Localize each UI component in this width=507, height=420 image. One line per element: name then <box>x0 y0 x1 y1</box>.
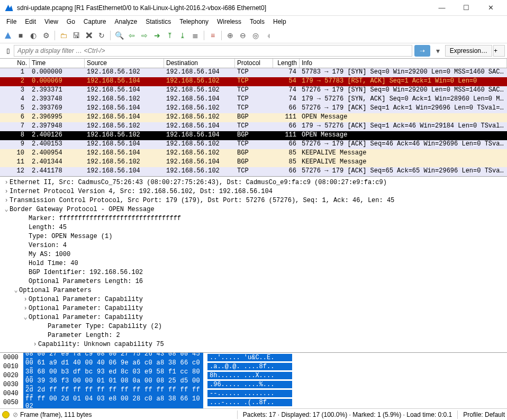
detail-row[interactable]: Parameter Type: Capability (2) <box>0 322 507 331</box>
menu-tools[interactable]: Tools <box>246 17 269 26</box>
restart-capture-icon[interactable]: ◐ <box>28 30 39 41</box>
col-proto: Protocol <box>235 59 273 68</box>
packet-list-body[interactable]: 10.000000192.168.56.102192.168.56.104TCP… <box>0 68 507 176</box>
menu-go[interactable]: Go <box>62 17 79 26</box>
apply-filter-button[interactable]: ➝ <box>414 45 430 57</box>
close-button[interactable]: ✕ <box>478 0 503 16</box>
zoom-in-icon[interactable]: ⊕ <box>224 30 236 41</box>
col-info: Info <box>300 59 507 68</box>
toolbar: ■ ◐ ⚙ 🗀 🖫 🗙 ↻ 🔍 ⇦ ⇨ ➜ ⤒ ⤓ ≣ ≡ ⊕ ⊖ ◎ ⫞ <box>0 28 507 43</box>
packet-row[interactable]: 10.000000192.168.56.102192.168.56.104TCP… <box>0 68 507 77</box>
packet-details[interactable]: ›Ethernet II, Src: CadmusCo_75:26:43 (08… <box>0 176 507 352</box>
detail-row[interactable]: ⌄Optional Parameter: Capability <box>0 313 507 322</box>
hex-row[interactable]: 0050ff ff 00 2d 01 04 03 e8 00 28 c0 a8 … <box>0 398 507 407</box>
col-no: No. <box>0 59 30 68</box>
packet-row[interactable]: 52.393769192.168.56.104192.168.56.102TCP… <box>0 104 507 113</box>
detail-row[interactable]: Length: 45 <box>0 223 507 232</box>
packet-row[interactable]: 72.397948192.168.56.102192.168.56.104TCP… <box>0 122 507 131</box>
packet-list: No. Time Source Destination Protocol Len… <box>0 58 507 176</box>
resize-columns-icon[interactable]: ⫞ <box>262 30 274 41</box>
window-controls: — ☐ ✕ <box>430 0 503 16</box>
packet-row[interactable]: 112.401344192.168.56.102192.168.56.104BG… <box>0 158 507 167</box>
detail-row[interactable]: Hold Time: 40 <box>0 259 507 268</box>
col-len: Length <box>273 59 300 68</box>
packet-row[interactable]: 92.400153192.168.56.104192.168.56.102TCP… <box>0 140 507 149</box>
expression-button[interactable]: Expression… <box>445 45 492 57</box>
minimize-button[interactable]: — <box>430 0 454 16</box>
detail-row[interactable]: My AS: 1000 <box>0 250 507 259</box>
find-packet-icon[interactable]: 🔍 <box>113 30 125 41</box>
detail-row[interactable]: ›Optional Parameter: Capability <box>0 304 507 313</box>
go-to-packet-icon[interactable]: ➜ <box>151 30 163 41</box>
filter-dropdown-icon[interactable]: ▾ <box>432 45 444 57</box>
go-back-icon[interactable]: ⇦ <box>126 30 138 41</box>
packet-list-header[interactable]: No. Time Source Destination Protocol Len… <box>0 59 507 68</box>
packet-row[interactable]: 62.396995192.168.56.104192.168.56.102BGP… <box>0 113 507 122</box>
packet-row[interactable]: 42.393748192.168.56.102192.168.56.104TCP… <box>0 95 507 104</box>
packet-row[interactable]: 102.400954192.168.56.104192.168.56.102BG… <box>0 149 507 158</box>
status-frame: Frame (frame), 111 bytes <box>20 411 92 418</box>
detail-row[interactable]: ›Capability: Unknown capability 75 <box>0 340 507 349</box>
detail-row[interactable]: Version: 4 <box>0 241 507 250</box>
menu-view[interactable]: View <box>40 17 62 26</box>
titlebar: sdni-update.pcapng [R1 FastEthernet0/0 t… <box>0 0 507 16</box>
detail-row[interactable]: ⌄Optional Parameters <box>0 286 507 295</box>
maximize-button[interactable]: ☐ <box>454 0 478 16</box>
add-filter-button[interactable]: + <box>493 45 505 57</box>
menu-statistics[interactable]: Statistics <box>141 17 175 26</box>
menubar: File Edit View Go Capture Analyze Statis… <box>0 16 507 28</box>
app-icon <box>4 3 14 13</box>
menu-file[interactable]: File <box>2 17 21 26</box>
packet-row[interactable]: 20.000069192.168.56.104192.168.56.102TCP… <box>0 77 507 86</box>
expert-info-icon[interactable] <box>2 411 10 418</box>
go-forward-icon[interactable]: ⇨ <box>139 30 150 41</box>
reload-file-icon[interactable]: ↻ <box>96 30 107 41</box>
menu-analyze[interactable]: Analyze <box>111 17 142 26</box>
zoom-reset-icon[interactable]: ◎ <box>250 30 261 41</box>
save-file-icon[interactable]: 🖫 <box>70 30 82 41</box>
close-file-icon[interactable]: 🗙 <box>83 30 95 41</box>
zoom-out-icon[interactable]: ⊖ <box>237 30 249 41</box>
packet-row[interactable]: 82.400126192.168.56.102192.168.56.104BGP… <box>0 131 507 140</box>
detail-row[interactable]: ›Ethernet II, Src: CadmusCo_75:26:43 (08… <box>0 178 507 187</box>
packet-row[interactable]: 122.441178192.168.56.104192.168.56.102TC… <box>0 167 507 176</box>
detail-row[interactable]: ›Internet Protocol Version 4, Src: 192.1… <box>0 187 507 196</box>
filter-bar: ▯ ➝ ▾ Expression… + <box>0 43 507 58</box>
colorize-icon[interactable]: ≡ <box>207 30 219 41</box>
auto-scroll-icon[interactable]: ≣ <box>189 30 201 41</box>
detail-row[interactable]: Optional Parameters Length: 16 <box>0 277 507 286</box>
detail-row[interactable]: ⌄Border Gateway Protocol - OPEN Message <box>0 205 507 214</box>
go-first-icon[interactable]: ⤒ <box>164 30 176 41</box>
status-packets: Packets: 17 · Displayed: 17 (100.0%) · M… <box>243 411 452 418</box>
menu-help[interactable]: Help <box>269 17 291 26</box>
start-capture-icon[interactable] <box>2 30 14 41</box>
detail-row[interactable]: ›Transmission Control Protocol, Src Port… <box>0 196 507 205</box>
menu-edit[interactable]: Edit <box>21 17 40 26</box>
display-filter-input[interactable] <box>14 45 412 57</box>
status-profile[interactable]: Profile: Default <box>463 411 505 418</box>
statusbar: ⊘ Frame (frame), 111 bytes Packets: 17 ·… <box>0 408 507 420</box>
detail-row[interactable]: BGP Identifier: 192.168.56.102 <box>0 268 507 277</box>
go-last-icon[interactable]: ⤓ <box>177 30 188 41</box>
col-time: Time <box>30 59 85 68</box>
cancel-icon[interactable]: ⊘ <box>13 411 18 418</box>
hex-pane[interactable]: 000008 00 27 e9 fa c9 08 00 27 75 26 43 … <box>0 352 507 408</box>
col-dst: Destination <box>164 59 235 68</box>
menu-wireless[interactable]: Wireless <box>213 17 246 26</box>
window-title: sdni-update.pcapng [R1 FastEthernet0/0 t… <box>17 4 430 12</box>
menu-telephony[interactable]: Telephony <box>175 17 213 26</box>
packet-row[interactable]: 32.393371192.168.56.104192.168.56.102TCP… <box>0 86 507 95</box>
detail-row[interactable]: Parameter Length: 2 <box>0 331 507 340</box>
detail-row[interactable]: Marker: ffffffffffffffffffffffffffffffff <box>0 214 507 223</box>
open-file-icon[interactable]: 🗀 <box>58 30 69 41</box>
capture-options-icon[interactable]: ⚙ <box>40 30 52 41</box>
stop-capture-icon[interactable]: ■ <box>15 30 26 41</box>
menu-capture[interactable]: Capture <box>79 17 111 26</box>
detail-row[interactable]: Type: OPEN Message (1) <box>0 232 507 241</box>
detail-row[interactable]: ›Optional Parameter: Capability <box>0 295 507 304</box>
col-src: Source <box>85 59 164 68</box>
bookmark-filter-icon[interactable]: ▯ <box>2 45 14 57</box>
